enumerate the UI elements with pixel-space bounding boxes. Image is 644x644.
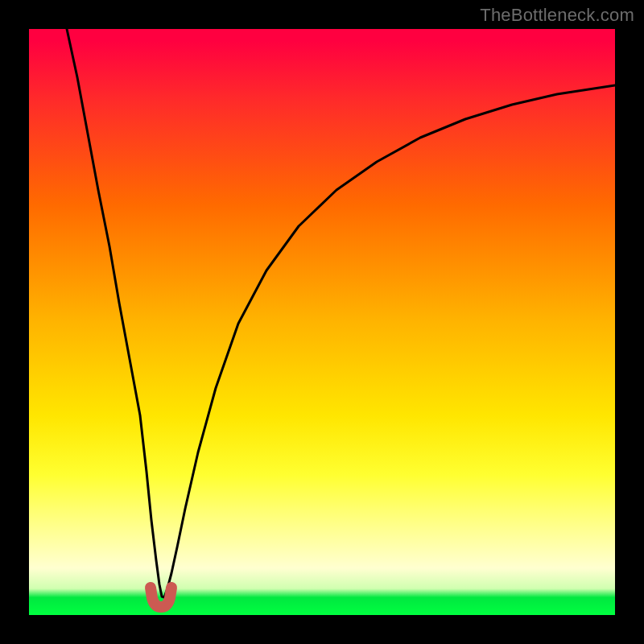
plot-area bbox=[29, 29, 615, 615]
chart-frame: TheBottleneck.com bbox=[0, 0, 644, 644]
curve-layer bbox=[29, 29, 615, 615]
bottleneck-curve bbox=[67, 29, 615, 597]
watermark: TheBottleneck.com bbox=[480, 5, 634, 26]
